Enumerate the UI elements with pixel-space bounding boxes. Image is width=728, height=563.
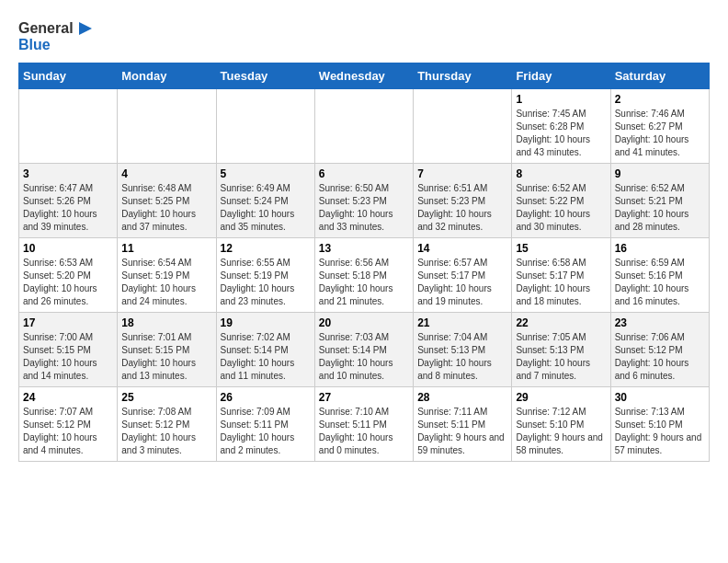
day-info: Sunrise: 7:00 AM Sunset: 5:15 PM Dayligh… bbox=[23, 331, 113, 383]
calendar-cell: 12Sunrise: 6:55 AM Sunset: 5:19 PM Dayli… bbox=[216, 237, 314, 312]
day-info: Sunrise: 6:50 AM Sunset: 5:23 PM Dayligh… bbox=[319, 182, 409, 234]
calendar-cell: 4Sunrise: 6:48 AM Sunset: 5:25 PM Daylig… bbox=[118, 163, 216, 237]
day-number: 9 bbox=[615, 167, 705, 180]
day-info: Sunrise: 7:45 AM Sunset: 6:28 PM Dayligh… bbox=[516, 108, 606, 159]
day-number: 7 bbox=[417, 167, 507, 180]
day-header-tuesday: Tuesday bbox=[216, 63, 314, 88]
day-number: 25 bbox=[121, 391, 211, 404]
day-info: Sunrise: 6:59 AM Sunset: 5:16 PM Dayligh… bbox=[615, 257, 705, 308]
day-header-monday: Monday bbox=[118, 63, 216, 88]
calendar-week-4: 17Sunrise: 7:00 AM Sunset: 5:15 PM Dayli… bbox=[19, 312, 710, 386]
calendar-cell: 15Sunrise: 6:58 AM Sunset: 5:17 PM Dayli… bbox=[512, 237, 610, 312]
day-number: 30 bbox=[615, 391, 705, 404]
day-info: Sunrise: 7:10 AM Sunset: 5:11 PM Dayligh… bbox=[319, 406, 409, 457]
day-info: Sunrise: 7:06 AM Sunset: 5:12 PM Dayligh… bbox=[615, 331, 705, 383]
day-number: 24 bbox=[23, 391, 113, 404]
logo: General Blue bbox=[18, 18, 96, 53]
day-info: Sunrise: 7:13 AM Sunset: 5:10 PM Dayligh… bbox=[615, 406, 705, 457]
calendar-cell bbox=[414, 88, 512, 163]
logo-general: General bbox=[18, 20, 74, 37]
calendar-cell: 2Sunrise: 7:46 AM Sunset: 6:27 PM Daylig… bbox=[610, 88, 709, 163]
calendar-cell: 10Sunrise: 6:53 AM Sunset: 5:20 PM Dayli… bbox=[19, 237, 118, 312]
day-info: Sunrise: 7:12 AM Sunset: 5:10 PM Dayligh… bbox=[516, 406, 606, 457]
day-number: 15 bbox=[516, 242, 606, 255]
calendar-cell: 8Sunrise: 6:52 AM Sunset: 5:22 PM Daylig… bbox=[512, 163, 610, 237]
day-number: 4 bbox=[121, 167, 211, 180]
day-number: 11 bbox=[121, 242, 211, 255]
day-info: Sunrise: 7:05 AM Sunset: 5:13 PM Dayligh… bbox=[516, 331, 606, 383]
calendar-cell: 13Sunrise: 6:56 AM Sunset: 5:18 PM Dayli… bbox=[314, 237, 413, 312]
calendar-cell: 11Sunrise: 6:54 AM Sunset: 5:19 PM Dayli… bbox=[118, 237, 216, 312]
day-info: Sunrise: 6:53 AM Sunset: 5:20 PM Dayligh… bbox=[23, 257, 113, 308]
calendar-cell bbox=[216, 88, 314, 163]
calendar-cell: 16Sunrise: 6:59 AM Sunset: 5:16 PM Dayli… bbox=[610, 237, 709, 312]
day-info: Sunrise: 7:03 AM Sunset: 5:14 PM Dayligh… bbox=[319, 331, 409, 383]
day-header-wednesday: Wednesday bbox=[314, 63, 413, 88]
day-info: Sunrise: 7:04 AM Sunset: 5:13 PM Dayligh… bbox=[417, 331, 507, 383]
day-info: Sunrise: 6:51 AM Sunset: 5:23 PM Dayligh… bbox=[417, 182, 507, 234]
day-info: Sunrise: 6:57 AM Sunset: 5:17 PM Dayligh… bbox=[417, 257, 507, 308]
day-number: 21 bbox=[417, 316, 507, 329]
calendar-cell: 18Sunrise: 7:01 AM Sunset: 5:15 PM Dayli… bbox=[118, 312, 216, 386]
day-number: 2 bbox=[615, 93, 705, 106]
calendar-cell: 25Sunrise: 7:08 AM Sunset: 5:12 PM Dayli… bbox=[118, 386, 216, 461]
calendar-week-5: 24Sunrise: 7:07 AM Sunset: 5:12 PM Dayli… bbox=[19, 386, 710, 461]
page-header: General Blue bbox=[18, 18, 710, 53]
calendar-cell: 20Sunrise: 7:03 AM Sunset: 5:14 PM Dayli… bbox=[314, 312, 413, 386]
day-number: 17 bbox=[23, 316, 113, 329]
logo-text: General Blue bbox=[18, 18, 96, 53]
day-header-friday: Friday bbox=[512, 63, 610, 88]
calendar-header-row: SundayMondayTuesdayWednesdayThursdayFrid… bbox=[19, 63, 710, 88]
calendar-cell: 27Sunrise: 7:10 AM Sunset: 5:11 PM Dayli… bbox=[314, 386, 413, 461]
calendar-table: SundayMondayTuesdayWednesdayThursdayFrid… bbox=[18, 63, 710, 462]
calendar-cell: 5Sunrise: 6:49 AM Sunset: 5:24 PM Daylig… bbox=[216, 163, 314, 237]
day-info: Sunrise: 7:07 AM Sunset: 5:12 PM Dayligh… bbox=[23, 406, 113, 457]
day-info: Sunrise: 7:02 AM Sunset: 5:14 PM Dayligh… bbox=[221, 331, 311, 383]
day-number: 14 bbox=[417, 242, 507, 255]
calendar-week-3: 10Sunrise: 6:53 AM Sunset: 5:20 PM Dayli… bbox=[19, 237, 710, 312]
day-header-thursday: Thursday bbox=[414, 63, 512, 88]
calendar-cell: 17Sunrise: 7:00 AM Sunset: 5:15 PM Dayli… bbox=[19, 312, 118, 386]
day-number: 22 bbox=[516, 316, 606, 329]
day-info: Sunrise: 6:55 AM Sunset: 5:19 PM Dayligh… bbox=[221, 257, 311, 308]
day-number: 16 bbox=[615, 242, 705, 255]
day-number: 5 bbox=[221, 167, 311, 180]
day-number: 20 bbox=[319, 316, 409, 329]
day-number: 23 bbox=[615, 316, 705, 329]
day-number: 27 bbox=[319, 391, 409, 404]
day-info: Sunrise: 7:46 AM Sunset: 6:27 PM Dayligh… bbox=[615, 108, 705, 159]
day-info: Sunrise: 6:47 AM Sunset: 5:26 PM Dayligh… bbox=[23, 182, 113, 234]
calendar-cell: 7Sunrise: 6:51 AM Sunset: 5:23 PM Daylig… bbox=[414, 163, 512, 237]
calendar-cell bbox=[19, 88, 118, 163]
logo-blue: Blue bbox=[18, 37, 96, 53]
day-info: Sunrise: 6:58 AM Sunset: 5:17 PM Dayligh… bbox=[516, 257, 606, 308]
day-info: Sunrise: 6:52 AM Sunset: 5:22 PM Dayligh… bbox=[516, 182, 606, 234]
day-number: 19 bbox=[221, 316, 311, 329]
day-number: 3 bbox=[23, 167, 113, 180]
day-info: Sunrise: 6:49 AM Sunset: 5:24 PM Dayligh… bbox=[221, 182, 311, 234]
day-info: Sunrise: 7:08 AM Sunset: 5:12 PM Dayligh… bbox=[121, 406, 211, 457]
day-number: 12 bbox=[221, 242, 311, 255]
day-header-saturday: Saturday bbox=[610, 63, 709, 88]
calendar-cell: 24Sunrise: 7:07 AM Sunset: 5:12 PM Dayli… bbox=[19, 386, 118, 461]
day-number: 13 bbox=[319, 242, 409, 255]
day-info: Sunrise: 6:56 AM Sunset: 5:18 PM Dayligh… bbox=[319, 257, 409, 308]
day-number: 6 bbox=[319, 167, 409, 180]
calendar-cell bbox=[118, 88, 216, 163]
day-number: 8 bbox=[516, 167, 606, 180]
day-info: Sunrise: 6:52 AM Sunset: 5:21 PM Dayligh… bbox=[615, 182, 705, 234]
day-number: 26 bbox=[221, 391, 311, 404]
calendar-week-1: 1Sunrise: 7:45 AM Sunset: 6:28 PM Daylig… bbox=[19, 88, 710, 163]
day-info: Sunrise: 7:09 AM Sunset: 5:11 PM Dayligh… bbox=[221, 406, 311, 457]
calendar-cell: 9Sunrise: 6:52 AM Sunset: 5:21 PM Daylig… bbox=[610, 163, 709, 237]
calendar-cell: 28Sunrise: 7:11 AM Sunset: 5:11 PM Dayli… bbox=[414, 386, 512, 461]
day-info: Sunrise: 6:54 AM Sunset: 5:19 PM Dayligh… bbox=[121, 257, 211, 308]
day-info: Sunrise: 6:48 AM Sunset: 5:25 PM Dayligh… bbox=[121, 182, 211, 234]
calendar-cell: 21Sunrise: 7:04 AM Sunset: 5:13 PM Dayli… bbox=[414, 312, 512, 386]
calendar-cell: 6Sunrise: 6:50 AM Sunset: 5:23 PM Daylig… bbox=[314, 163, 413, 237]
day-number: 1 bbox=[516, 93, 606, 106]
calendar-cell bbox=[314, 88, 413, 163]
calendar-cell: 23Sunrise: 7:06 AM Sunset: 5:12 PM Dayli… bbox=[610, 312, 709, 386]
logo-triangle-icon bbox=[75, 18, 96, 39]
calendar-cell: 14Sunrise: 6:57 AM Sunset: 5:17 PM Dayli… bbox=[414, 237, 512, 312]
